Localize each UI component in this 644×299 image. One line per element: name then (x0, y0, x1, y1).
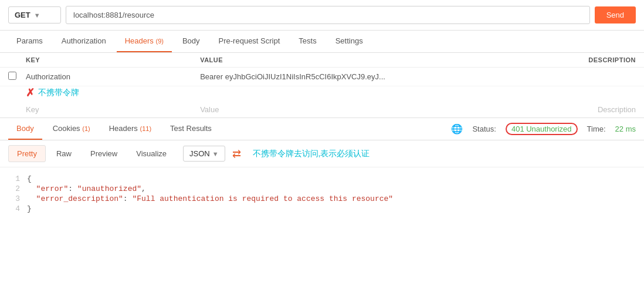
status-value: 401 Unauthorized (511, 125, 572, 133)
tab-body[interactable]: Body (174, 31, 208, 52)
desc-placeholder[interactable]: Description (462, 105, 636, 114)
col-key-label: KEY (26, 56, 200, 63)
line-num-3: 3 (8, 194, 20, 203)
response-tab-body[interactable]: Body (8, 118, 42, 140)
view-tab-visualize[interactable]: Visualize (128, 146, 175, 162)
url-input[interactable] (66, 6, 590, 24)
response-tabs-row: Body Cookies (1) Headers (11) Test Resul… (0, 118, 644, 140)
red-x-icon: ✗ (26, 86, 35, 99)
code-line: 4 } (8, 204, 636, 213)
tab-pre-request-script[interactable]: Pre-request Script (211, 31, 289, 52)
line-num-1: 1 (8, 174, 20, 183)
response-status-area: 🌐 Status: 401 Unauthorized Time: 22 ms (451, 123, 636, 135)
response-toolbar: Pretty Raw Preview Visualize JSON ▼ ⇄ 不携… (0, 140, 644, 167)
tab-settings[interactable]: Settings (327, 31, 371, 52)
status-value-badge: 401 Unauthorized (506, 123, 578, 135)
header-row-authorization: Authorization Bearer eyJhbGciOiJIUzI1NiI… (0, 68, 644, 86)
method-label: GET (15, 11, 30, 19)
status-label: Status: (472, 125, 496, 133)
method-select[interactable]: GET ▼ (8, 6, 61, 23)
code-line: 1 { (8, 174, 636, 183)
time-value: 22 ms (615, 125, 636, 133)
code-line: 3 "error_description": "Full authenticat… (8, 194, 636, 203)
code-line: 2 "error": "unauthorized", (8, 184, 636, 193)
value-placeholder[interactable]: Value (200, 105, 462, 114)
key-placeholder[interactable]: Key (26, 105, 200, 114)
col-desc-label: DESCRIPTION (462, 56, 636, 63)
send-button[interactable]: Send (595, 6, 636, 23)
annotation-must-auth: 不携带令牌去访问,表示必须认证 (253, 149, 370, 159)
annotation-row: ✗ 不携带令牌 (0, 86, 644, 102)
annotation-no-token: 不携带令牌 (38, 88, 79, 98)
wrap-icon[interactable]: ⇄ (232, 147, 241, 160)
response-tab-cookies[interactable]: Cookies (1) (45, 118, 99, 140)
tab-params[interactable]: Params (8, 31, 51, 52)
globe-icon: 🌐 (451, 123, 463, 135)
time-label: Time: (587, 125, 606, 133)
tab-authorization[interactable]: Authorization (53, 31, 114, 52)
format-chevron-icon: ▼ (212, 150, 219, 157)
header-value-cell: Bearer eyJhbGciOiJIUzI1NiIsInR5cCI6IkpXV… (200, 72, 462, 81)
tab-tests[interactable]: Tests (290, 31, 324, 52)
response-tab-test-results[interactable]: Test Results (162, 118, 220, 140)
headers-column-headers: KEY VALUE DESCRIPTION (0, 53, 644, 68)
header-key-cell: Authorization (26, 72, 200, 81)
line-num-4: 4 (8, 204, 20, 213)
new-header-row: Key Value Description (0, 102, 644, 118)
header-checkbox-input[interactable] (8, 72, 16, 80)
response-tab-headers[interactable]: Headers (11) (101, 118, 160, 140)
line-num-2: 2 (8, 184, 20, 193)
tab-headers[interactable]: Headers (9) (117, 31, 172, 52)
format-select[interactable]: JSON ▼ (183, 146, 225, 162)
code-area: 1 { 2 "error": "unauthorized", 3 "error_… (0, 167, 644, 220)
top-bar: GET ▼ Send (0, 0, 644, 31)
col-value-label: VALUE (200, 56, 462, 63)
view-tab-pretty[interactable]: Pretty (8, 145, 46, 162)
request-tabs-row: Params Authorization Headers (9) Body Pr… (0, 31, 644, 53)
view-tab-raw[interactable]: Raw (48, 146, 80, 162)
method-chevron-icon: ▼ (34, 12, 40, 19)
header-checkbox[interactable] (8, 72, 26, 82)
view-tab-preview[interactable]: Preview (82, 146, 126, 162)
